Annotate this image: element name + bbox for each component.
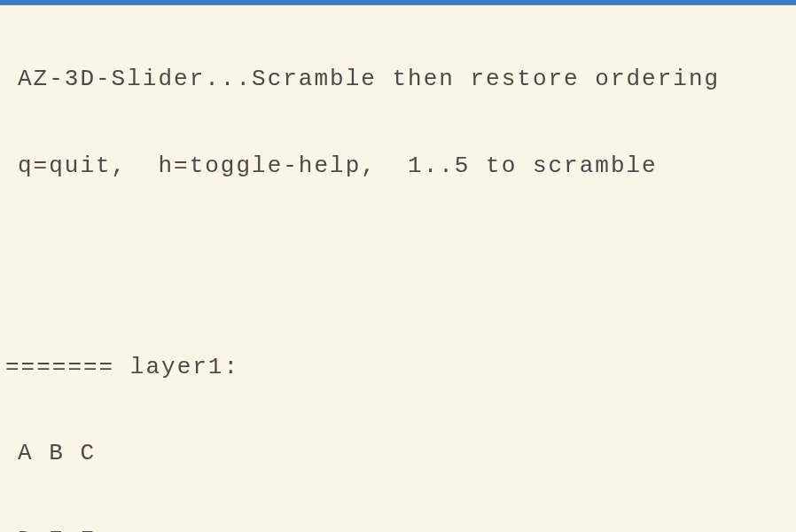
layer1-header: ======= layer1: bbox=[5, 353, 791, 382]
help-text: q=quit, h=toggle-help, 1..5 to scramble bbox=[5, 152, 791, 181]
blank-line bbox=[5, 238, 791, 266]
layer1-row: A B C bbox=[5, 439, 791, 468]
terminal-output[interactable]: AZ-3D-Slider...Scramble then restore ord… bbox=[0, 5, 796, 532]
game-title: AZ-3D-Slider...Scramble then restore ord… bbox=[5, 65, 791, 94]
layer1-row: D E F bbox=[5, 526, 791, 533]
